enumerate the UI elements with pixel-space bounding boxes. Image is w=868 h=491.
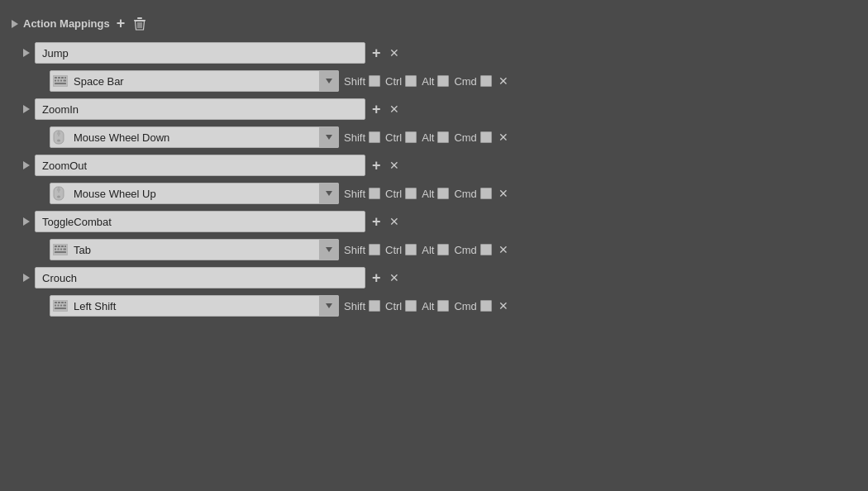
actions-list: + ✕ Space Bar Shift Ctrl	[8, 39, 860, 320]
shift-checkbox-crouch-0[interactable]	[369, 300, 380, 312]
alt-label: Alt	[422, 188, 434, 200]
shift-checkbox-jump-0[interactable]	[369, 75, 380, 87]
binding-row-zoomin-0: Mouse Wheel Down Shift Ctrl Alt Cmd ✕	[8, 123, 860, 151]
shift-label: Shift	[344, 188, 365, 200]
action-triangle-zoomin[interactable]	[23, 105, 30, 113]
section-header: Action Mappings +	[8, 8, 860, 39]
modifier-ctrl-group-crouch-0: Ctrl	[385, 300, 417, 312]
add-binding-togglecombat[interactable]: +	[370, 212, 383, 232]
key-select-wrapper-crouch-0: Left Shift	[50, 295, 339, 317]
shift-label: Shift	[344, 244, 365, 256]
remove-action-zoomin[interactable]: ✕	[388, 101, 401, 117]
shift-label: Shift	[344, 300, 365, 312]
shift-checkbox-togglecombat-0[interactable]	[369, 244, 380, 255]
ctrl-checkbox-zoomout-0[interactable]	[405, 188, 417, 199]
binding-row-togglecombat-0: Tab Shift Ctrl Alt Cmd ✕	[8, 236, 860, 264]
add-binding-crouch[interactable]: +	[370, 268, 383, 288]
action-name-zoomout[interactable]	[35, 155, 365, 176]
modifier-cmd-group-zoomin-0: Cmd	[454, 131, 491, 144]
action-name-crouch[interactable]	[35, 267, 365, 288]
alt-checkbox-togglecombat-0[interactable]	[437, 244, 449, 255]
cmd-checkbox-zoomin-0[interactable]	[480, 131, 492, 143]
alt-label: Alt	[422, 300, 434, 312]
modifier-ctrl-group-togglecombat-0: Ctrl	[385, 244, 417, 256]
alt-checkbox-zoomin-0[interactable]	[437, 131, 449, 143]
action-mappings-panel: Action Mappings + + ✕	[8, 8, 860, 320]
alt-label: Alt	[422, 75, 434, 88]
remove-binding-zoomin-0[interactable]: ✕	[497, 129, 510, 145]
ctrl-label: Ctrl	[385, 300, 402, 312]
add-mapping-button[interactable]: +	[115, 13, 127, 34]
alt-checkbox-crouch-0[interactable]	[437, 300, 449, 312]
action-triangle-togglecombat[interactable]	[23, 217, 30, 226]
ctrl-checkbox-crouch-0[interactable]	[405, 300, 417, 312]
cmd-label: Cmd	[454, 75, 476, 88]
add-binding-jump[interactable]: +	[370, 43, 383, 64]
binding-row-crouch-0: Left Shift Shift Ctrl Alt Cmd ✕	[8, 292, 860, 320]
modifier-shift-group-togglecombat-0: Shift	[344, 244, 380, 256]
cmd-checkbox-crouch-0[interactable]	[480, 300, 492, 312]
shift-label: Shift	[344, 131, 365, 144]
remove-action-jump[interactable]: ✕	[388, 45, 401, 61]
remove-action-togglecombat[interactable]: ✕	[388, 213, 401, 230]
action-triangle-crouch[interactable]	[23, 274, 30, 282]
binding-row-jump-0: Space Bar Shift Ctrl Alt Cmd ✕	[8, 67, 860, 95]
collapse-triangle[interactable]	[12, 20, 18, 28]
ctrl-checkbox-togglecombat-0[interactable]	[405, 244, 417, 255]
key-select-zoomin-0[interactable]: Mouse Wheel Down	[50, 126, 339, 148]
action-row-zoomin: + ✕	[8, 95, 860, 123]
modifier-alt-group-zoomout-0: Alt	[422, 188, 449, 200]
ctrl-checkbox-zoomin-0[interactable]	[405, 131, 417, 143]
add-binding-zoomout[interactable]: +	[370, 155, 383, 176]
cmd-label: Cmd	[454, 244, 476, 256]
modifier-ctrl-group-zoomout-0: Ctrl	[385, 188, 417, 200]
key-select-wrapper-jump-0: Space Bar	[50, 70, 339, 92]
cmd-checkbox-zoomout-0[interactable]	[480, 188, 492, 199]
key-select-zoomout-0[interactable]: Mouse Wheel Up	[50, 183, 339, 204]
ctrl-checkbox-jump-0[interactable]	[405, 75, 417, 87]
remove-binding-jump-0[interactable]: ✕	[497, 73, 510, 89]
alt-checkbox-zoomout-0[interactable]	[437, 188, 449, 199]
ctrl-label: Ctrl	[385, 244, 402, 256]
key-select-togglecombat-0[interactable]: Tab	[50, 239, 339, 260]
key-select-jump-0[interactable]: Space Bar	[50, 70, 339, 92]
add-binding-zoomin[interactable]: +	[370, 99, 383, 120]
ctrl-label: Ctrl	[385, 131, 402, 144]
modifier-alt-group-togglecombat-0: Alt	[422, 244, 449, 256]
cmd-label: Cmd	[454, 188, 476, 200]
ctrl-label: Ctrl	[385, 75, 402, 88]
action-name-togglecombat[interactable]	[35, 211, 365, 232]
action-row-jump: + ✕	[8, 39, 860, 67]
shift-checkbox-zoomin-0[interactable]	[369, 131, 380, 143]
modifier-cmd-group-crouch-0: Cmd	[454, 300, 491, 312]
key-select-wrapper-zoomin-0: Mouse Wheel Down	[50, 126, 339, 148]
action-row-zoomout: + ✕	[8, 151, 860, 179]
cmd-checkbox-togglecombat-0[interactable]	[480, 244, 492, 255]
modifier-shift-group-jump-0: Shift	[344, 75, 380, 88]
alt-checkbox-jump-0[interactable]	[437, 75, 449, 87]
shift-checkbox-zoomout-0[interactable]	[369, 188, 380, 199]
remove-binding-togglecombat-0[interactable]: ✕	[497, 241, 510, 258]
action-triangle-jump[interactable]	[23, 49, 30, 57]
delete-mapping-button[interactable]	[131, 15, 148, 33]
remove-binding-zoomout-0[interactable]: ✕	[497, 185, 510, 202]
action-name-jump[interactable]	[35, 42, 365, 64]
modifier-alt-group-crouch-0: Alt	[422, 300, 449, 312]
cmd-label: Cmd	[454, 131, 476, 144]
cmd-checkbox-jump-0[interactable]	[480, 75, 492, 87]
modifier-cmd-group-zoomout-0: Cmd	[454, 188, 491, 200]
alt-label: Alt	[422, 131, 434, 144]
remove-action-zoomout[interactable]: ✕	[388, 157, 401, 174]
modifier-alt-group-jump-0: Alt	[422, 75, 449, 88]
modifier-shift-group-zoomout-0: Shift	[344, 188, 380, 200]
key-select-crouch-0[interactable]: Left Shift	[50, 295, 339, 317]
modifier-cmd-group-jump-0: Cmd	[454, 75, 491, 88]
remove-binding-crouch-0[interactable]: ✕	[497, 298, 510, 314]
remove-action-crouch[interactable]: ✕	[388, 269, 401, 286]
action-name-zoomin[interactable]	[35, 98, 365, 120]
modifier-alt-group-zoomin-0: Alt	[422, 131, 449, 144]
cmd-label: Cmd	[454, 300, 476, 312]
action-triangle-zoomout[interactable]	[23, 161, 30, 169]
modifier-shift-group-crouch-0: Shift	[344, 300, 380, 312]
modifier-shift-group-zoomin-0: Shift	[344, 131, 380, 144]
